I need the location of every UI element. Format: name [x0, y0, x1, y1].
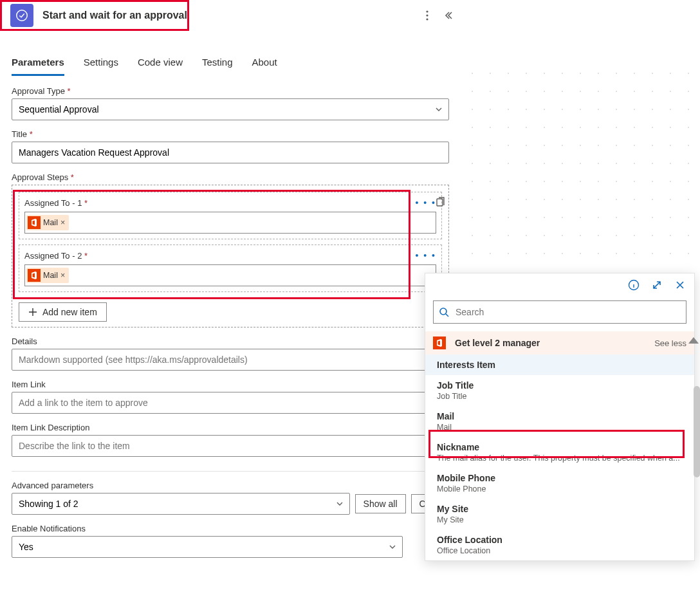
item-link-desc-input-wrap[interactable] — [12, 435, 449, 457]
token-label: Mail — [43, 271, 58, 280]
details-input-wrap[interactable] — [12, 349, 449, 371]
show-all-button[interactable]: Show all — [355, 494, 406, 513]
action-config-panel: Start and wait for an approval Parameter… — [0, 0, 461, 590]
tab-code-view[interactable]: Code view — [138, 57, 183, 76]
parameters-form: Approval Type Title Approval Steps Assig… — [0, 76, 461, 558]
step1-label: Assigned To - 1 — [24, 198, 88, 208]
picker-item-mobile-phone[interactable]: Mobile Phone Mobile Phone — [425, 468, 694, 499]
picker-item-job-title[interactable]: Job Title Job Title — [425, 375, 694, 406]
picker-search-field[interactable] — [454, 306, 681, 318]
enable-notif-value[interactable] — [17, 541, 388, 553]
token-remove-icon[interactable]: × — [60, 218, 65, 227]
advanced-value[interactable] — [17, 498, 335, 510]
more-options-icon[interactable] — [417, 5, 438, 26]
svg-rect-4 — [437, 199, 443, 206]
picker-pointer-icon — [688, 337, 699, 344]
see-less-link[interactable]: See less — [654, 338, 686, 348]
step-group-1: Assigned To - 1 • • • Mail × — [19, 192, 442, 239]
picker-source-header[interactable]: Get level 2 manager See less — [425, 331, 694, 355]
canvas-dot-grid — [463, 64, 700, 257]
step1-mail-token[interactable]: Mail × — [26, 215, 69, 230]
chevron-down-icon — [388, 542, 397, 551]
step-group-2: Assigned To - 2 • • • Mail × — [19, 244, 442, 292]
chevron-down-icon — [434, 105, 443, 114]
collapse-panel-icon[interactable] — [438, 5, 458, 26]
approval-type-value[interactable] — [17, 104, 434, 115]
picker-item-nickname[interactable]: Nickname The mail alias for the user. Th… — [425, 437, 694, 468]
details-input[interactable] — [17, 354, 443, 365]
tab-settings[interactable]: Settings — [84, 57, 118, 76]
step1-assigned-input[interactable]: Mail × — [24, 212, 436, 234]
close-icon[interactable] — [674, 279, 686, 291]
approval-steps-container: Assigned To - 1 • • • Mail × — [12, 185, 449, 327]
svg-point-0 — [17, 10, 28, 21]
add-new-item-button[interactable]: Add new item — [19, 302, 107, 322]
picker-search-input[interactable] — [433, 300, 686, 324]
approval-type-select[interactable] — [12, 98, 449, 120]
picker-scrollbar[interactable] — [694, 386, 700, 477]
dynamic-content-picker: Get level 2 manager See less Interests I… — [425, 273, 695, 561]
step2-mail-token[interactable]: Mail × — [26, 268, 69, 283]
item-link-input[interactable] — [17, 397, 443, 409]
step2-menu-icon[interactable]: • • • — [416, 250, 436, 261]
item-link-input-wrap[interactable] — [12, 392, 449, 414]
token-label: Mail — [43, 218, 58, 227]
add-new-label: Add new item — [42, 307, 97, 317]
separator — [12, 471, 449, 472]
title-label: Title — [12, 129, 449, 139]
office-icon — [433, 336, 446, 349]
picker-item-mail[interactable]: Mail Mail — [425, 406, 694, 437]
item-link-desc-input[interactable] — [17, 440, 443, 452]
title-input[interactable] — [17, 147, 443, 158]
tab-strip: Parameters Settings Code view Testing Ab… — [0, 31, 461, 76]
tab-testing[interactable]: Testing — [202, 57, 233, 76]
info-icon[interactable] — [627, 279, 640, 291]
picker-item-office-location[interactable]: Office Location Office Location — [425, 530, 694, 560]
tab-parameters[interactable]: Parameters — [12, 57, 64, 76]
svg-point-6 — [440, 308, 447, 315]
office-icon — [28, 269, 41, 282]
panel-header: Start and wait for an approval — [0, 0, 461, 31]
step2-assigned-input[interactable]: Mail × — [24, 264, 436, 286]
svg-point-2 — [426, 14, 428, 16]
item-link-desc-label: Item Link Description — [12, 423, 449, 432]
picker-group-header[interactable]: Interests Item — [425, 355, 694, 375]
search-icon — [439, 307, 449, 317]
chevron-down-icon — [335, 499, 344, 508]
details-label: Details — [12, 336, 449, 346]
tab-about[interactable]: About — [252, 57, 277, 76]
title-input-wrap[interactable] — [12, 142, 449, 163]
action-title: Start and wait for an approval — [42, 10, 417, 21]
copy-steps-icon[interactable] — [432, 194, 449, 211]
advanced-label: Advanced parameters — [12, 481, 449, 490]
svg-point-3 — [426, 18, 428, 20]
approval-action-icon — [10, 4, 33, 27]
step2-label: Assigned To - 2 — [24, 251, 88, 261]
picker-item-my-site[interactable]: My Site My Site — [425, 499, 694, 530]
svg-point-1 — [426, 10, 428, 12]
token-remove-icon[interactable]: × — [60, 271, 65, 280]
expand-icon[interactable] — [650, 279, 663, 291]
enable-notif-select[interactable] — [12, 536, 403, 558]
advanced-select[interactable] — [12, 493, 350, 515]
approval-type-label: Approval Type — [12, 86, 449, 96]
enable-notif-label: Enable Notifications — [12, 524, 449, 533]
approval-steps-label: Approval Steps — [12, 172, 449, 182]
office-icon — [28, 216, 41, 229]
item-link-label: Item Link — [12, 380, 449, 389]
picker-source-title: Get level 2 manager — [455, 338, 648, 348]
